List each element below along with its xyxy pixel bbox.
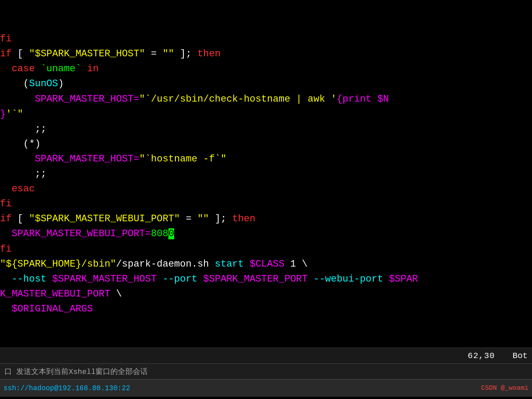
line-spark-master-host-hostname: SPARK_MASTER_HOST="`hostname -f`": [0, 152, 532, 167]
line-if-spark-master: if [ "$SPARK_MASTER_HOST" = "" ]; then: [0, 47, 532, 62]
line-spark-master-host-sunos: SPARK_MASTER_HOST="`/usr/sbin/check-host…: [0, 92, 532, 107]
ssh-bar: ssh://hadoop@192.168.80.130:22 CSDN @_wo…: [0, 379, 532, 397]
line-spark-daemon4: $ORIGINAL_ARGS: [0, 302, 532, 317]
line-if-webui: if [ "$SPARK_MASTER_WEBUI_PORT" = "" ]; …: [0, 212, 532, 227]
line-fi-bot: fi: [0, 242, 532, 257]
line-fi-mid: fi: [0, 197, 532, 212]
line-spark-daemon3: K_MASTER_WEBUI_PORT \: [0, 287, 532, 302]
scroll-position: Bot: [513, 351, 528, 361]
status-bar: 62,30 Bot: [0, 348, 532, 363]
line-spark-daemon1: "${SPARK_HOME}/sbin"/spark-daemon.sh sta…: [0, 257, 532, 272]
line-star: (*): [0, 137, 532, 152]
line-spark-daemon2: --host $SPARK_MASTER_HOST --port $SPARK_…: [0, 272, 532, 287]
line-sunos: (SunOS): [0, 77, 532, 92]
terminal-window: fiif [ "$SPARK_MASTER_HOST" = "" ]; then…: [0, 0, 532, 348]
input-bar[interactable]: 口 发送文本到当前Xshell窗口的全部会话: [0, 363, 532, 379]
input-bar-label: 口 发送文本到当前Xshell窗口的全部会话: [4, 366, 148, 377]
code-area: fiif [ "$SPARK_MASTER_HOST" = "" ]; then…: [0, 0, 532, 318]
csdn-label: CSDN @_woami: [481, 384, 528, 392]
ssh-connection-label: ssh://hadoop@192.168.80.130:22: [4, 384, 130, 392]
line-bracket-backtick: }'`": [0, 107, 532, 122]
line-fi-top: fi: [0, 32, 532, 47]
cursor-position: 62,30: [468, 351, 495, 361]
line-dsemi2: ;;: [0, 167, 532, 182]
line-webui-port: SPARK_MASTER_WEBUI_PORT=8080: [0, 227, 532, 242]
line-case: case `uname` in: [0, 62, 532, 77]
line-dsemi1: ;;: [0, 122, 532, 137]
line-esac: esac: [0, 182, 532, 197]
